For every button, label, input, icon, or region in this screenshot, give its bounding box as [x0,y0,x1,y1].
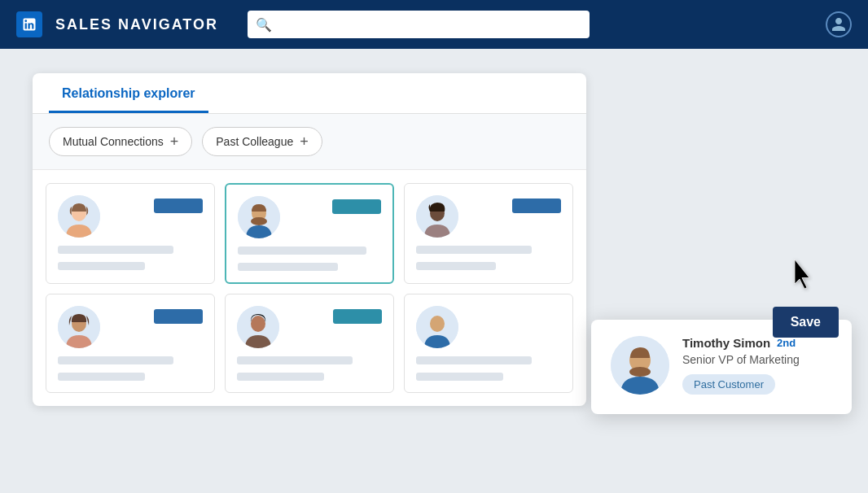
search-input[interactable] [278,18,581,31]
text-line-1b [58,262,145,270]
linkedin-logo [16,11,42,37]
profile-card-5[interactable] [225,294,394,393]
filter-past-colleague[interactable]: Past Colleague + [202,127,322,156]
avatar-2 [238,196,280,238]
filter-mutual-connections-label: Mutual Connections [63,135,164,148]
linkedin-icon [21,16,37,33]
popup-profile: Timothy Simon 2nd Senior VP of Marketing… [611,336,832,395]
popup-card: Save Timothy Simon 2nd Senior VP of Mark… [591,320,852,414]
popup-info: Timothy Simon 2nd Senior VP of Marketing… [682,336,832,395]
nav-bar: SALES NAVIGATOR 🔍 [0,0,868,49]
profiles-grid [33,170,586,406]
name-badge-2 [332,199,381,214]
name-badge-4 [154,309,203,324]
text-line-2b [238,263,338,271]
text-line-3b [416,262,496,270]
text-line-5a [237,356,353,364]
popup-person-name: Timothy Simon [682,336,770,350]
avatar-6 [416,306,458,348]
avatar-5 [237,306,279,348]
cursor [790,260,819,292]
popup-job-title: Senior VP of Marketing [682,353,832,366]
plus-icon-mutual: + [170,134,179,149]
plus-icon-colleague: + [300,134,309,149]
profile-card-3-header [416,195,561,238]
tab-bar: Relationship explorer [33,73,586,114]
profile-card-1[interactable] [46,183,215,284]
profile-card-2-header [238,196,381,238]
popup-avatar [611,336,669,395]
avatar-3 [416,195,458,238]
svg-point-12 [430,316,445,332]
profile-card-6-header [416,306,561,348]
profile-card-3[interactable] [404,183,573,284]
text-line-4a [58,356,173,364]
profile-card-1-header [58,195,203,238]
profile-card-4-header [58,306,203,348]
name-badge-3 [512,199,561,213]
popup-relationship-badge: Past Customer [682,374,775,395]
text-line-6b [416,373,503,381]
nav-title: SALES NAVIGATOR [55,16,218,33]
popup-degree: 2nd [777,337,796,349]
tab-relationship-explorer[interactable]: Relationship explorer [49,73,208,113]
avatar-1 [58,195,100,238]
svg-point-4 [251,217,267,225]
save-button[interactable]: Save [773,307,839,338]
filter-bar: Mutual Connections + Past Colleague + [33,114,586,170]
avatar-4 [58,306,100,348]
search-icon: 🔍 [256,17,272,33]
profile-card-2[interactable] [225,183,394,284]
popup-name-row: Timothy Simon 2nd [682,336,832,350]
profile-card-5-header [237,306,382,348]
profile-icon [831,16,847,33]
search-bar[interactable]: 🔍 [248,11,590,38]
user-avatar-nav[interactable] [826,11,852,37]
filter-past-colleague-label: Past Colleague [216,135,293,148]
text-line-6a [416,356,532,364]
main-content: Relationship explorer Mutual Connections… [0,49,868,430]
svg-point-15 [629,367,651,377]
profile-card-6[interactable] [404,294,573,393]
filter-mutual-connections[interactable]: Mutual Connections + [49,127,192,156]
text-line-4b [58,373,145,381]
text-line-2a [238,246,366,255]
name-badge-5 [333,309,382,324]
text-line-5b [237,373,324,381]
ui-card: Relationship explorer Mutual Connections… [33,73,586,406]
text-line-1a [58,246,173,254]
name-badge-1 [154,199,203,213]
text-line-3a [416,246,532,254]
profile-card-4[interactable] [46,294,215,393]
svg-point-10 [251,316,265,332]
